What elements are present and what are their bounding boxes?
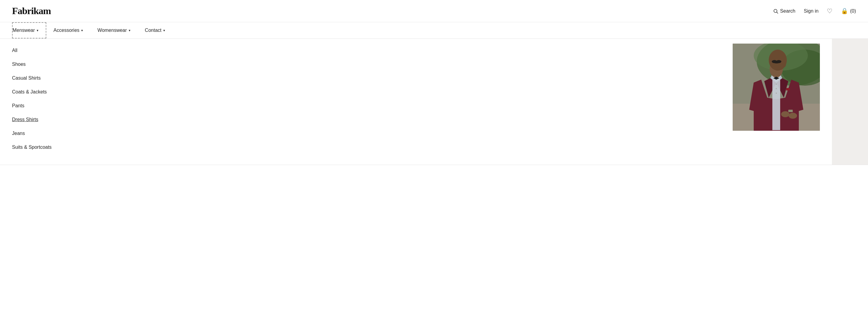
main-nav: Menswear ▾ Accessories ▾ Womenswear ▾ Co… <box>0 22 868 39</box>
menu-item-casual-shirts[interactable]: Casual Shirts <box>12 71 78 85</box>
cart-link[interactable]: 🔒 (0) <box>841 7 856 14</box>
svg-rect-11 <box>786 88 790 91</box>
chevron-down-icon: ▾ <box>81 29 83 32</box>
cart-icon: 🔒 <box>841 7 848 14</box>
heart-icon: ♡ <box>827 7 833 15</box>
promo-image <box>733 43 820 131</box>
nav-item-accessories[interactable]: Accessories ▾ <box>46 23 90 38</box>
menswear-dropdown: All Shoes Casual Shirts Coats & Jackets … <box>0 39 868 165</box>
chevron-down-icon: ▾ <box>37 29 38 32</box>
svg-point-10 <box>776 93 777 94</box>
menu-item-shoes[interactable]: Shoes <box>12 57 78 71</box>
nav-item-menswear[interactable]: Menswear ▾ <box>12 22 46 38</box>
svg-line-1 <box>777 12 778 13</box>
search-icon <box>773 8 778 14</box>
right-light-panel <box>832 39 868 165</box>
search-link[interactable]: Search <box>773 8 796 14</box>
dropdown-promo-area <box>78 39 832 165</box>
nav-label-contact: Contact <box>145 28 161 33</box>
svg-rect-15 <box>788 110 793 112</box>
signin-link[interactable]: Sign in <box>804 8 819 14</box>
site-header: Fabrikam Search Sign in ♡ 🔒 (0) <box>0 0 868 22</box>
menu-item-jeans[interactable]: Jeans <box>12 127 78 140</box>
chevron-down-icon: ▾ <box>129 29 130 32</box>
wishlist-link[interactable]: ♡ <box>827 7 833 15</box>
menu-item-suits-sportcoats[interactable]: Suits & Sportcoats <box>12 140 78 154</box>
svg-point-8 <box>776 84 777 85</box>
svg-point-17 <box>788 113 797 119</box>
svg-point-14 <box>783 62 786 67</box>
nav-label-womenswear: Womenswear <box>97 28 127 33</box>
site-logo[interactable]: Fabrikam <box>12 5 51 16</box>
svg-point-13 <box>769 50 787 71</box>
menu-item-coats-jackets[interactable]: Coats & Jackets <box>12 85 78 99</box>
nav-item-womenswear[interactable]: Womenswear ▾ <box>90 23 138 38</box>
svg-point-16 <box>781 111 789 117</box>
nav-label-accessories: Accessories <box>54 28 80 33</box>
menu-item-pants[interactable]: Pants <box>12 99 78 113</box>
menswear-menu: All Shoes Casual Shirts Coats & Jackets … <box>0 39 78 165</box>
promo-image-svg <box>733 43 820 131</box>
menu-item-dress-shirts[interactable]: Dress Shirts <box>12 113 78 127</box>
cart-count: (0) <box>850 8 856 14</box>
svg-point-9 <box>776 88 777 89</box>
search-label: Search <box>780 8 796 14</box>
signin-label: Sign in <box>804 8 819 14</box>
header-actions: Search Sign in ♡ 🔒 (0) <box>773 7 856 15</box>
nav-item-contact[interactable]: Contact ▾ <box>138 23 172 38</box>
chevron-down-icon: ▾ <box>163 29 165 32</box>
nav-label-menswear: Menswear <box>12 28 35 33</box>
menu-item-all[interactable]: All <box>12 43 78 57</box>
